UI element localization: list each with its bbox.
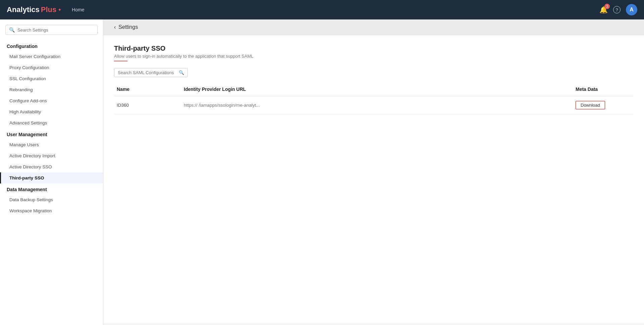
- sidebar-search-container: 🔍: [0, 25, 103, 40]
- sidebar-item-active-directory-sso[interactable]: Active Directory SSO: [0, 161, 103, 172]
- sidebar-item-third-party-sso[interactable]: Third-party SSO: [0, 172, 103, 183]
- saml-search-wrap[interactable]: 🔍: [114, 68, 188, 77]
- logo-text-plus: Plus: [41, 5, 56, 14]
- settings-bar: ‹ Settings: [103, 19, 644, 35]
- main-layout: 🔍 Configuration Mail Server Configuratio…: [0, 19, 644, 325]
- sidebar-item-mail-server[interactable]: Mail Server Configuration: [0, 51, 103, 62]
- sidebar-item-manage-users[interactable]: Manage Users: [0, 139, 103, 150]
- sidebar-item-proxy[interactable]: Proxy Configuration: [0, 62, 103, 73]
- nav-home-link[interactable]: Home: [72, 7, 84, 12]
- search-icon: 🔍: [9, 27, 15, 33]
- sidebar-item-data-backup[interactable]: Data Backup Settings: [0, 194, 103, 205]
- app-header: Analytics Plus ✦ Home 🔔 3 ? A: [0, 0, 644, 19]
- section-header-configuration: Configuration: [0, 40, 103, 51]
- page-title: Third-party SSO: [114, 45, 633, 52]
- logo-text-analytics: Analytics: [7, 5, 40, 14]
- table-header: Name Identity Provider Login URL Meta Da…: [114, 83, 633, 96]
- header-right: 🔔 3 ? A: [599, 4, 637, 15]
- section-header-data-management: Data Management: [0, 183, 103, 194]
- logo-icon: ✦: [58, 7, 62, 12]
- sidebar-item-active-directory-import[interactable]: Active Directory Import: [0, 150, 103, 161]
- help-icon[interactable]: ?: [613, 6, 621, 13]
- settings-label: Settings: [118, 24, 138, 30]
- content-area: Third-party SSO Allow users to sign-in a…: [103, 35, 644, 323]
- sidebar-item-rebranding[interactable]: Rebranding: [0, 84, 103, 95]
- header-left: Analytics Plus ✦ Home: [7, 5, 85, 14]
- section-header-user-management: User Management: [0, 128, 103, 139]
- row-name: ID360: [114, 101, 181, 109]
- sidebar-item-high-availability[interactable]: High Availability: [0, 106, 103, 117]
- back-arrow-icon[interactable]: ‹: [114, 24, 116, 30]
- sidebar-item-configure-addons[interactable]: Configure Add-ons: [0, 95, 103, 106]
- sidebar: 🔍 Configuration Mail Server Configuratio…: [0, 19, 103, 325]
- col-header-metadata: Meta Data: [573, 85, 633, 93]
- download-button[interactable]: Download: [576, 101, 605, 109]
- search-input-wrap[interactable]: 🔍: [5, 25, 98, 35]
- sidebar-item-workspace-migration[interactable]: Workspace Migration: [0, 205, 103, 216]
- page-subtitle: Allow users to sign-in automatically to …: [114, 54, 633, 59]
- app-logo: Analytics Plus ✦: [7, 5, 62, 14]
- search-input[interactable]: [17, 28, 94, 33]
- col-header-url: Identity Provider Login URL: [181, 85, 573, 93]
- row-metadata: Download: [573, 100, 633, 111]
- row-url: https:// /iamapps/ssologin/me-analyt...: [181, 101, 573, 109]
- sidebar-item-advanced-settings[interactable]: Advanced Settings: [0, 117, 103, 128]
- sidebar-item-ssl[interactable]: SSL Configuration: [0, 73, 103, 84]
- notification-badge: 3: [604, 4, 610, 9]
- title-underline: [114, 61, 127, 61]
- saml-search-icon: 🔍: [179, 70, 184, 75]
- main-content: ‹ Settings Third-party SSO Allow users t…: [103, 19, 644, 325]
- table-row: ID360 https:// /iamapps/ssologin/me-anal…: [114, 96, 633, 114]
- bell-icon[interactable]: 🔔 3: [599, 6, 608, 14]
- col-header-name: Name: [114, 85, 181, 93]
- saml-search-input[interactable]: [118, 70, 176, 75]
- user-avatar[interactable]: A: [626, 4, 637, 15]
